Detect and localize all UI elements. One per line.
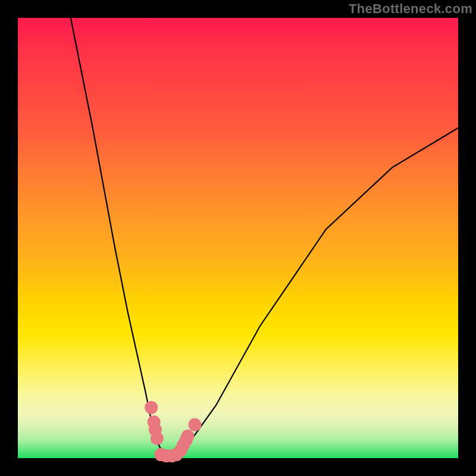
chart-frame — [18, 18, 458, 458]
chart-svg — [18, 18, 458, 458]
watermark-text: TheBottleneck.com — [349, 1, 472, 17]
bottleneck-curve — [71, 18, 458, 458]
curve-marker — [189, 418, 202, 431]
curve-markers — [145, 401, 201, 462]
curve-marker — [181, 430, 195, 443]
curve-marker — [151, 432, 164, 445]
curve-marker — [145, 401, 158, 414]
